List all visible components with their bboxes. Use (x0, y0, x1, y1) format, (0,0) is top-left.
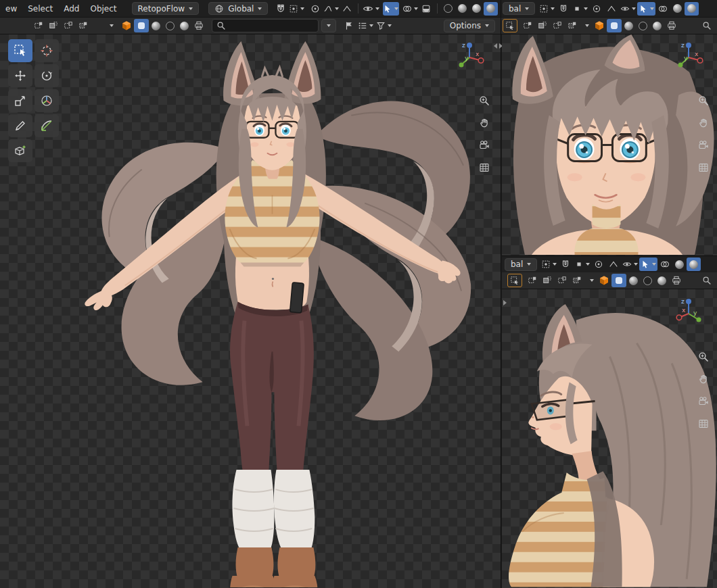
filter-dropdown[interactable] (375, 19, 393, 32)
shading-rendered-button[interactable] (484, 2, 498, 16)
shading-wireframe-button[interactable] (441, 2, 455, 16)
camera-view-button[interactable] (697, 139, 710, 152)
overlays-dropdown[interactable] (402, 2, 419, 16)
print-button[interactable] (664, 19, 679, 32)
viewport-display-shaded-button[interactable] (177, 19, 191, 32)
menu-select[interactable]: Select (22, 0, 58, 17)
select-mode-island-button[interactable] (565, 19, 580, 32)
viewport-axis-gizmo[interactable]: z y x (672, 296, 705, 328)
collection-list-dropdown[interactable] (356, 19, 375, 32)
shading-material-button[interactable] (469, 2, 484, 16)
viewport-display-solid-button[interactable] (134, 19, 149, 32)
editor-type-button[interactable] (119, 19, 134, 32)
falloff-dropdown[interactable] (571, 2, 589, 16)
select-mode-edge-button[interactable] (535, 19, 550, 32)
editor-type-button[interactable] (592, 19, 607, 32)
viewport-face-closeup[interactable]: z y x (502, 34, 717, 255)
shading-rendered-button[interactable] (687, 258, 701, 271)
snap-target-dropdown[interactable] (538, 2, 556, 16)
zoom-button[interactable] (697, 94, 710, 107)
search-field[interactable] (212, 19, 319, 32)
visibility-dropdown[interactable] (621, 258, 639, 271)
snap-toggle-button[interactable] (556, 2, 571, 16)
search-button[interactable] (699, 19, 714, 32)
viewport-display-sphere-button[interactable] (622, 19, 636, 32)
shading-solid-button[interactable] (455, 2, 469, 16)
gizmo-toggle-dropdown[interactable] (639, 258, 657, 271)
search-button[interactable] (699, 274, 714, 287)
snap-toggle-button[interactable] (558, 258, 573, 271)
menu-add[interactable]: Add (58, 0, 85, 17)
viewport-front[interactable]: z y x (0, 34, 501, 588)
shading-rendered-button[interactable] (685, 2, 699, 16)
falloff-dropdown[interactable] (573, 258, 591, 271)
search-options-dropdown[interactable] (321, 19, 336, 32)
bookmark-button[interactable] (342, 19, 356, 32)
collapse-chevron-icon[interactable] (585, 24, 589, 27)
viewport-display-texture-button[interactable] (641, 274, 655, 287)
select-mode-edge-button[interactable] (540, 274, 555, 287)
viewport-display-solid-button[interactable] (611, 274, 626, 287)
collapse-chevron-icon[interactable] (110, 24, 114, 27)
select-mode-vertex-button[interactable] (31, 19, 46, 32)
orientation-dropdown-right[interactable]: bal (503, 2, 535, 15)
pan-button[interactable] (478, 116, 491, 130)
overlays-dropdown[interactable] (655, 2, 670, 16)
visibility-dropdown[interactable] (619, 2, 637, 16)
camera-view-button[interactable] (478, 139, 491, 152)
shading-solid-button[interactable] (670, 2, 685, 16)
viewport-side-profile[interactable]: z y x (502, 289, 717, 588)
pan-button[interactable] (697, 116, 710, 130)
area-corner-handle[interactable] (503, 300, 507, 305)
ortho-toggle-button[interactable] (697, 161, 710, 174)
sharp-falloff-button[interactable] (604, 2, 619, 16)
select-mode-face-button[interactable] (61, 19, 76, 32)
add-cube-tool[interactable] (8, 139, 32, 162)
sharp-falloff-button[interactable] (340, 2, 354, 16)
snap-toggle-button[interactable] (273, 2, 288, 16)
ortho-toggle-button[interactable] (478, 161, 491, 174)
viewport-display-shaded-button[interactable] (650, 19, 664, 32)
print-button[interactable] (191, 19, 206, 32)
viewport-axis-gizmo[interactable]: z y x (453, 40, 486, 72)
visibility-dropdown[interactable] (362, 2, 380, 16)
xray-toggle-button[interactable] (419, 2, 434, 16)
viewport-axis-gizmo[interactable]: z y x (672, 40, 705, 72)
select-mode-face-button[interactable] (555, 274, 570, 287)
viewport-display-sphere-button[interactable] (149, 19, 163, 32)
select-mode-face-button[interactable] (550, 19, 565, 32)
overlays-dropdown[interactable] (657, 258, 672, 271)
viewport-display-shaded-button[interactable] (655, 274, 669, 287)
measure-tool[interactable] (34, 114, 59, 137)
print-button[interactable] (669, 274, 684, 287)
proportional-editing-button[interactable] (589, 2, 604, 16)
zoom-button[interactable] (478, 94, 491, 107)
ortho-toggle-button[interactable] (697, 417, 710, 431)
select-mode-edge-button[interactable] (46, 19, 61, 32)
active-tool-button[interactable] (503, 19, 517, 32)
gizmo-toggle-dropdown[interactable] (383, 2, 400, 16)
menu-object[interactable]: Object (85, 0, 122, 17)
character-side-render[interactable] (502, 289, 717, 587)
menu-view[interactable]: ew (0, 0, 22, 17)
zoom-button[interactable] (697, 350, 710, 364)
move-tool[interactable] (8, 64, 32, 87)
select-mode-island-button[interactable] (76, 19, 91, 32)
collapse-chevron-icon[interactable] (590, 279, 594, 282)
snap-target-dropdown[interactable] (288, 2, 305, 16)
proportional-editing-button[interactable] (308, 2, 323, 16)
active-tool-button[interactable] (507, 274, 522, 287)
select-mode-vertex-button[interactable] (525, 274, 540, 287)
gizmo-toggle-dropdown[interactable] (637, 2, 655, 16)
transform-tool[interactable] (34, 89, 59, 112)
annotate-tool[interactable] (8, 114, 32, 137)
scale-tool[interactable] (8, 89, 32, 112)
sharp-falloff-button[interactable] (606, 258, 621, 271)
rotate-tool[interactable] (34, 64, 59, 87)
cursor-3d-tool[interactable] (34, 39, 59, 62)
editor-type-button[interactable] (597, 274, 611, 287)
viewport-display-texture-button[interactable] (163, 19, 177, 32)
options-dropdown[interactable]: Options (444, 20, 495, 32)
orientation-dropdown-bottom[interactable]: bal (505, 258, 537, 271)
falloff-dropdown[interactable] (323, 2, 340, 16)
